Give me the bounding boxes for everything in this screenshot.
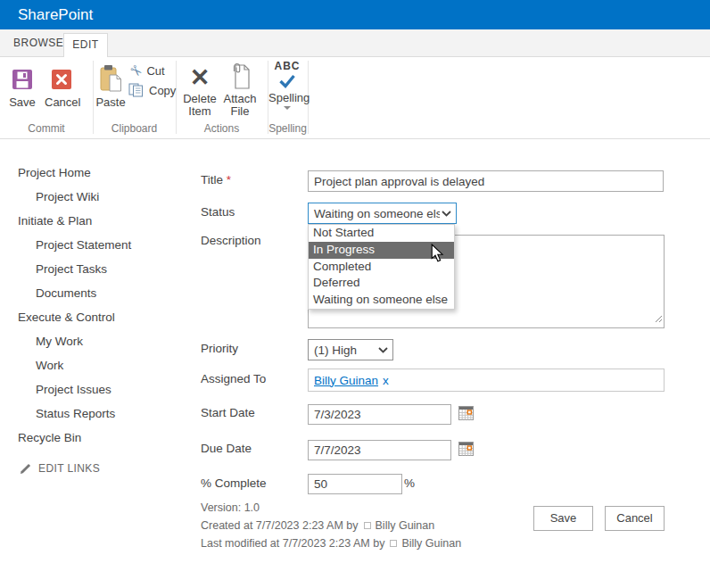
paste-icon [95,62,127,95]
edit-links-button[interactable]: EDIT LINKS [20,462,100,475]
priority-label: Priority [201,342,303,356]
due-date-calendar-icon[interactable] [458,442,474,460]
sidebar-item-status-reports[interactable]: Status Reports [0,402,192,426]
tab-browse[interactable]: BROWSE [13,29,63,56]
assigned-to-label: Assigned To [201,372,303,386]
sidebar-item-execute-control[interactable]: Execute & Control [0,305,192,329]
spelling-abc-icon: ABC [268,61,306,71]
sidebar-item-project-tasks[interactable]: Project Tasks [0,257,192,281]
paste-button[interactable]: Paste [95,62,127,108]
modified-by-name: Billy Guinan [401,537,461,550]
sidebar-item-documents[interactable]: Documents [0,281,192,305]
priority-select[interactable]: (1) High [308,339,393,360]
copy-icon [128,83,144,97]
sidebar-item-initiate-plan[interactable]: Initiate & Plan [0,209,192,233]
description-label: Description [201,234,303,248]
tab-edit[interactable]: EDIT [63,33,108,57]
status-option-waiting[interactable]: Waiting on someone else [309,292,454,309]
group-label-clipboard: Clipboard [93,122,176,135]
group-label-actions: Actions [176,122,268,135]
cancel-button[interactable]: Cancel [45,63,78,108]
save-icon [5,63,39,95]
sidebar-item-project-issues[interactable]: Project Issues [0,377,192,402]
due-date-label: Due Date [201,442,303,456]
save-button[interactable]: Save [5,63,39,108]
sidebar-item-project-wiki[interactable]: Project Wiki [0,185,192,209]
sidebar-item-project-statement[interactable]: Project Statement [0,233,192,257]
cancel-icon [45,63,78,95]
status-option-not-started[interactable]: Not Started [309,225,454,242]
title-input[interactable] [308,170,664,192]
ribbon: Save Cancel Commit Paste ✂ Cut [0,57,710,139]
resize-handle-icon[interactable] [655,311,663,327]
group-label-spelling: Spelling [268,122,308,135]
chevron-down-icon [440,211,456,217]
cut-button[interactable]: ✂ Cut [130,62,165,79]
modified-text: Last modified at 7/7/2023 2:23 AM byBill… [201,537,461,551]
sidebar-item-work[interactable]: Work [0,353,192,377]
assigned-person-link[interactable]: Billy Guinan [314,374,378,387]
start-date-input[interactable] [308,404,451,425]
cut-icon: ✂ [126,61,146,81]
version-text: Version: 1.0 [201,501,260,515]
status-label: Status [201,205,303,219]
attach-file-icon [222,60,258,92]
spelling-button[interactable]: ABC Spelling [268,61,306,110]
percent-complete-label: % Complete [201,476,303,491]
sidebar-item-recycle-bin[interactable]: Recycle Bin [0,426,192,450]
app-title: SharePoint [18,0,93,29]
status-option-completed[interactable]: Completed [309,259,454,276]
presence-indicator-icon [390,540,397,547]
delete-icon: ✕ [182,63,218,92]
sidebar-nav: Project Home Project Wiki Initiate & Pla… [0,161,192,450]
sidebar-item-project-home[interactable]: Project Home [0,161,192,185]
chevron-down-icon [376,347,392,353]
created-text: Created at 7/7/2023 2:23 AM byBilly Guin… [201,519,434,533]
copy-button[interactable]: Copy [128,83,176,97]
status-dropdown-list: Not Started In Progress Completed Deferr… [308,224,455,310]
status-option-in-progress[interactable]: In Progress [309,242,454,259]
form-cancel-button[interactable]: Cancel [605,506,665,531]
due-date-input[interactable] [308,440,451,460]
percent-complete-input[interactable] [308,474,402,494]
created-by-name: Billy Guinan [376,519,435,532]
percent-suffix: % [404,476,415,490]
delete-item-button[interactable]: ✕ Delete Item [182,63,218,117]
form-save-button[interactable]: Save [533,506,593,531]
required-asterisk: * [227,173,231,186]
status-select[interactable]: Waiting on someone else [308,203,457,224]
attach-file-button[interactable]: Attach File [222,60,258,117]
title-label: Title * [201,173,303,187]
sidebar-item-my-work[interactable]: My Work [0,329,192,353]
remove-person-button[interactable]: x [383,374,389,387]
group-label-commit: Commit [0,122,93,135]
status-option-deferred[interactable]: Deferred [309,275,454,292]
page: SharePoint BROWSE EDIT Save Cancel Commi… [0,0,710,588]
assigned-to-field[interactable]: Billy Guinan x [308,369,665,392]
spelling-dropdown-caret-icon [284,106,291,110]
spelling-check-icon [268,71,306,91]
pencil-icon [20,463,31,475]
ribbon-tab-strip: BROWSE EDIT [0,29,710,57]
presence-indicator-icon [364,522,371,529]
start-date-calendar-icon[interactable] [458,406,474,424]
start-date-label: Start Date [201,406,303,420]
suite-bar: SharePoint [0,0,710,29]
